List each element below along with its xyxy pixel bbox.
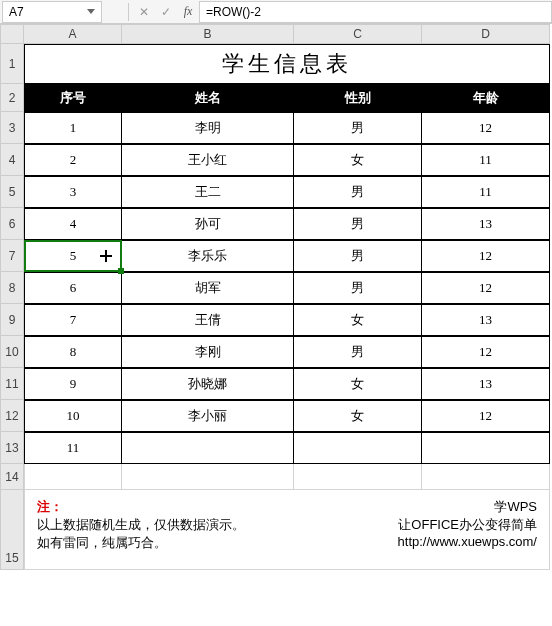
promo-l3: http://www.xuewps.com/ [398, 534, 537, 549]
cell-B5[interactable]: 王二 [122, 176, 294, 208]
cell-note[interactable]: 注： 以上数据随机生成，仅供数据演示。 如有雷同，纯属巧合。 学WPS 让OFF… [24, 490, 550, 570]
cell-C4[interactable]: 女 [294, 144, 422, 176]
note-line1: 以上数据随机生成，仅供数据演示。 [37, 516, 245, 534]
cell-C3[interactable]: 男 [294, 112, 422, 144]
cell-C14[interactable] [294, 464, 422, 490]
cursor-plus-icon [99, 249, 113, 263]
cell-C9[interactable]: 女 [294, 304, 422, 336]
row-header-3[interactable]: 3 [0, 112, 24, 144]
cell-D6[interactable]: 13 [422, 208, 550, 240]
cell-B7[interactable]: 李乐乐 [122, 240, 294, 272]
formula-text: =ROW()-2 [206, 5, 261, 19]
row-header-12[interactable]: 12 [0, 400, 24, 432]
cell-B12[interactable]: 李小丽 [122, 400, 294, 432]
promo-l1: 学WPS [398, 498, 537, 516]
col-header-B[interactable]: B [122, 24, 294, 44]
cell-B13[interactable] [122, 432, 294, 464]
cell-A10[interactable]: 8 [24, 336, 122, 368]
cell-A4[interactable]: 2 [24, 144, 122, 176]
cell-B10[interactable]: 李刚 [122, 336, 294, 368]
row-header-14[interactable]: 14 [0, 464, 24, 490]
cell-B8[interactable]: 胡军 [122, 272, 294, 304]
confirm-formula-check-icon[interactable]: ✓ [155, 1, 177, 23]
cell-B6[interactable]: 孙可 [122, 208, 294, 240]
row-header-7[interactable]: 7 [0, 240, 24, 272]
row-header-2[interactable]: 2 [0, 84, 24, 112]
fx-icon[interactable]: fx [177, 1, 199, 23]
cell-C13[interactable] [294, 432, 422, 464]
cell-C6[interactable]: 男 [294, 208, 422, 240]
row-header-5[interactable]: 5 [0, 176, 24, 208]
row-header-4[interactable]: 4 [0, 144, 24, 176]
cell-D12[interactable]: 12 [422, 400, 550, 432]
row-header-6[interactable]: 6 [0, 208, 24, 240]
cell-th-name[interactable]: 姓名 [122, 84, 294, 112]
note-label: 注： [37, 499, 63, 514]
cell-D5[interactable]: 11 [422, 176, 550, 208]
cell-th-seq[interactable]: 序号 [24, 84, 122, 112]
cell-D14[interactable] [422, 464, 550, 490]
cell-title[interactable]: 学生信息表 [24, 44, 550, 84]
chevron-down-icon[interactable] [87, 9, 95, 14]
row-header-column: 1 2 3 4 5 6 7 8 9 10 11 12 13 14 15 [0, 44, 24, 570]
cell-A8[interactable]: 6 [24, 272, 122, 304]
cell-D4[interactable]: 11 [422, 144, 550, 176]
cell-D13[interactable] [422, 432, 550, 464]
cell-C5[interactable]: 男 [294, 176, 422, 208]
row-header-15[interactable]: 15 [0, 490, 24, 570]
note-right: 学WPS 让OFFICE办公变得简单 http://www.xuewps.com… [398, 498, 537, 561]
col-header-A[interactable]: A [24, 24, 122, 44]
name-box[interactable]: A7 [2, 1, 102, 23]
cell-A7[interactable]: 5 [24, 240, 122, 272]
cell-B3[interactable]: 李明 [122, 112, 294, 144]
cell-th-age[interactable]: 年龄 [422, 84, 550, 112]
formula-bar: A7 ✕ ✓ fx =ROW()-2 [0, 0, 552, 24]
select-all-corner[interactable] [0, 24, 24, 44]
name-box-value: A7 [9, 5, 24, 19]
row-header-11[interactable]: 11 [0, 368, 24, 400]
table-title: 学生信息表 [222, 49, 352, 79]
cell-D3[interactable]: 12 [422, 112, 550, 144]
cell-A12[interactable]: 10 [24, 400, 122, 432]
row-header-13[interactable]: 13 [0, 432, 24, 464]
row-header-8[interactable]: 8 [0, 272, 24, 304]
note-line2: 如有雷同，纯属巧合。 [37, 534, 245, 552]
row-header-9[interactable]: 9 [0, 304, 24, 336]
cell-C12[interactable]: 女 [294, 400, 422, 432]
note-left: 注： 以上数据随机生成，仅供数据演示。 如有雷同，纯属巧合。 [37, 498, 245, 561]
row-header-10[interactable]: 10 [0, 336, 24, 368]
cell-B11[interactable]: 孙晓娜 [122, 368, 294, 400]
fill-handle[interactable] [118, 268, 124, 274]
cell-th-sex[interactable]: 性别 [294, 84, 422, 112]
sheet-area[interactable]: 学生信息表 序号 姓名 性别 年龄 1李明男122王小红女113王二男114孙可… [24, 44, 550, 570]
cell-A3[interactable]: 1 [24, 112, 122, 144]
cell-A9[interactable]: 7 [24, 304, 122, 336]
cell-D10[interactable]: 12 [422, 336, 550, 368]
cell-D7[interactable]: 12 [422, 240, 550, 272]
cell-A6[interactable]: 4 [24, 208, 122, 240]
col-header-D[interactable]: D [422, 24, 550, 44]
cell-A5[interactable]: 3 [24, 176, 122, 208]
cell-C11[interactable]: 女 [294, 368, 422, 400]
cell-B4[interactable]: 王小红 [122, 144, 294, 176]
formula-input[interactable]: =ROW()-2 [199, 1, 552, 23]
cell-B14[interactable] [122, 464, 294, 490]
cell-A14[interactable] [24, 464, 122, 490]
cell-D11[interactable]: 13 [422, 368, 550, 400]
cancel-formula-x-icon[interactable]: ✕ [133, 1, 155, 23]
cell-C8[interactable]: 男 [294, 272, 422, 304]
cell-A13[interactable]: 11 [24, 432, 122, 464]
cell-C10[interactable]: 男 [294, 336, 422, 368]
row-header-1[interactable]: 1 [0, 44, 24, 84]
cell-B9[interactable]: 王倩 [122, 304, 294, 336]
cell-A11[interactable]: 9 [24, 368, 122, 400]
promo-l2: 让OFFICE办公变得简单 [398, 516, 537, 534]
cell-C7[interactable]: 男 [294, 240, 422, 272]
cell-D8[interactable]: 12 [422, 272, 550, 304]
col-header-C[interactable]: C [294, 24, 422, 44]
cell-D9[interactable]: 13 [422, 304, 550, 336]
column-header-row: A B C D [0, 24, 552, 44]
